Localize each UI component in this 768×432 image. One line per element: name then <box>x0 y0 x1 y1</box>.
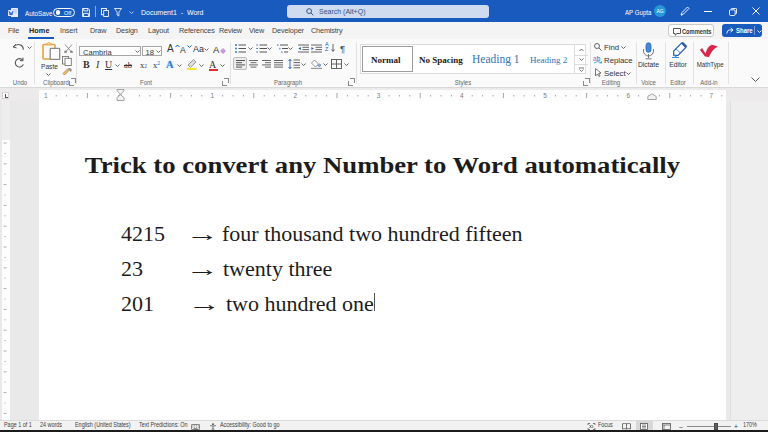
svg-text:7: 7 <box>710 92 714 99</box>
svg-text:5: 5 <box>543 92 547 99</box>
svg-text:1: 1 <box>44 92 48 99</box>
svg-text:2: 2 <box>294 92 298 99</box>
svg-text:6: 6 <box>626 92 630 99</box>
svg-text:3: 3 <box>377 92 381 99</box>
svg-text:1: 1 <box>210 92 214 99</box>
svg-text:4: 4 <box>460 92 464 99</box>
